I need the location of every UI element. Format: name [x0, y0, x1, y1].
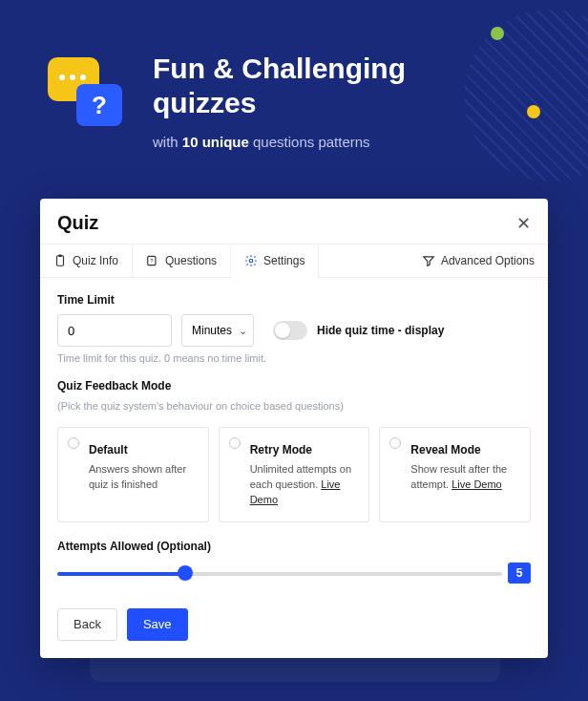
radio-icon	[68, 437, 79, 449]
clipboard-icon	[53, 254, 67, 267]
tab-quiz-info[interactable]: Quiz Info	[40, 244, 133, 277]
feedback-mode-label: Quiz Feedback Mode	[57, 379, 531, 393]
tab-questions[interactable]: ? Questions	[133, 244, 231, 277]
tab-label: Settings	[263, 254, 304, 267]
chevron-down-icon: ⌄	[239, 325, 247, 337]
gear-icon	[244, 254, 258, 267]
attempts-label: Attempts Allowed (Optional)	[57, 540, 531, 553]
hide-time-label: Hide quiz time - display	[317, 324, 444, 337]
svg-point-4	[249, 259, 253, 263]
filter-icon	[422, 254, 435, 267]
question-list-icon: ?	[146, 254, 159, 267]
live-demo-link[interactable]: Live Demo	[452, 478, 502, 490]
hero-title: Fun & Challenging quizzes	[153, 52, 406, 120]
tab-advanced-options[interactable]: Advanced Options	[409, 244, 548, 277]
feedback-option-retry[interactable]: Retry Mode Unlimited attempts on each qu…	[219, 427, 370, 522]
panel-title: Quiz	[57, 212, 98, 234]
save-button[interactable]: Save	[127, 608, 188, 641]
time-limit-label: Time Limit	[57, 293, 531, 307]
radio-icon	[229, 437, 241, 449]
radio-icon	[389, 437, 401, 449]
time-unit-select[interactable]: Minutes ⌄	[181, 314, 254, 347]
hero-subtitle: with 10 unique questions patterns	[153, 134, 406, 150]
back-button[interactable]: Back	[57, 608, 117, 641]
slider-fill	[57, 572, 185, 576]
decorative-dot-green	[491, 27, 504, 40]
tab-label: Advanced Options	[441, 254, 535, 267]
attempts-slider[interactable]: 5	[57, 564, 531, 584]
option-desc: Answers shown after quiz is finished	[89, 462, 197, 493]
decorative-wave	[464, 10, 588, 181]
time-limit-input[interactable]	[57, 314, 172, 347]
hide-time-toggle[interactable]	[273, 321, 307, 340]
tab-label: Questions	[165, 254, 217, 267]
feedback-option-default[interactable]: Default Answers shown after quiz is fini…	[57, 427, 209, 522]
svg-text:?: ?	[150, 258, 154, 264]
feedback-mode-hint: (Pick the quiz system's behaviour on cho…	[57, 400, 531, 412]
svg-rect-0	[57, 256, 64, 266]
svg-rect-1	[58, 255, 62, 257]
time-limit-hint: Time limit for this quiz. 0 means no tim…	[57, 352, 531, 364]
decorative-dot-yellow	[527, 105, 540, 118]
slider-value-badge: 5	[508, 563, 531, 584]
hero-chat-icon: ?	[48, 57, 99, 101]
tab-label: Quiz Info	[73, 254, 118, 267]
slider-thumb[interactable]	[178, 565, 193, 581]
hero-text: Fun & Challenging quizzes with 10 unique…	[153, 52, 406, 150]
option-title: Retry Mode	[250, 443, 358, 457]
tabs: Quiz Info ? Questions Settings Advanced …	[40, 244, 548, 278]
question-bubble-icon: ?	[76, 84, 122, 126]
option-desc: Show result after the attempt. Live Demo	[410, 462, 518, 493]
close-icon[interactable]: ✕	[516, 213, 531, 234]
feedback-option-reveal[interactable]: Reveal Mode Show result after the attemp…	[379, 427, 531, 522]
time-unit-value: Minutes	[192, 324, 232, 337]
tab-settings[interactable]: Settings	[231, 244, 319, 277]
quiz-settings-panel: Quiz ✕ Quiz Info ? Questions Settings Ad…	[40, 199, 548, 658]
option-title: Default	[89, 443, 197, 457]
option-title: Reveal Mode	[410, 443, 518, 457]
option-desc: Unlimited attempts on each question. Liv…	[250, 462, 358, 508]
